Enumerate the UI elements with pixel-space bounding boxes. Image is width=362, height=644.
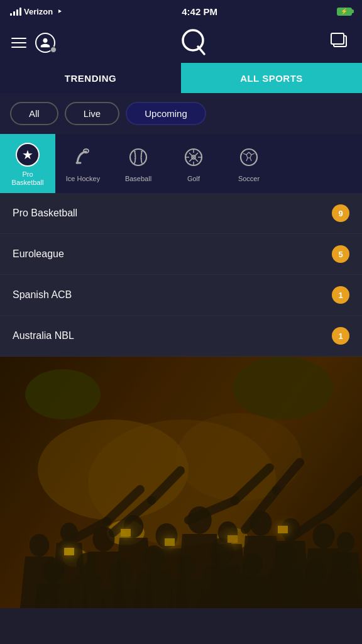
user-dot xyxy=(50,47,57,53)
sports-category-row: ★ ProBasketball Ice Hockey Baseball xyxy=(0,134,362,193)
filter-live-button[interactable]: Live xyxy=(65,102,120,125)
sport-label-baseball: Baseball xyxy=(125,175,151,183)
tab-trending[interactable]: TRENDING xyxy=(0,63,181,93)
league-label: Pro Basketball xyxy=(13,208,77,219)
golf-icon xyxy=(183,147,204,171)
league-label: Euroleague xyxy=(13,248,64,260)
svg-marker-7 xyxy=(246,152,251,158)
sport-label-ice-hockey: Ice Hockey xyxy=(66,175,100,183)
count-badge: 1 xyxy=(332,286,349,304)
count-badge: 5 xyxy=(332,245,349,263)
tab-allsports[interactable]: ALL SPORTS xyxy=(181,63,362,93)
baseball-icon xyxy=(128,147,149,171)
svg-point-6 xyxy=(241,149,257,165)
list-item[interactable]: Pro Basketball 9 xyxy=(0,193,362,234)
status-bar: Verizon ‣ 4:42 PM ⚡ xyxy=(0,0,362,23)
header-right xyxy=(331,33,351,53)
menu-button[interactable] xyxy=(11,38,26,48)
filter-bar: All Live Upcoming xyxy=(0,93,362,134)
status-left: Verizon ‣ xyxy=(10,7,62,16)
header xyxy=(0,23,362,63)
filter-upcoming-button[interactable]: Upcoming xyxy=(126,102,206,125)
header-left xyxy=(11,33,55,53)
hockey-icon xyxy=(72,147,94,171)
list-item[interactable]: Australia NBL 1 xyxy=(0,316,362,357)
sport-label-golf: Golf xyxy=(187,175,200,183)
svg-point-3 xyxy=(130,149,146,165)
svg-line-9 xyxy=(251,153,255,155)
status-right: ⚡ xyxy=(337,8,352,16)
signal-icon xyxy=(10,7,21,16)
multi-window-button[interactable] xyxy=(331,33,351,53)
star-icon: ★ xyxy=(16,143,40,167)
svg-line-10 xyxy=(246,158,248,161)
filter-all-button[interactable]: All xyxy=(10,102,58,125)
battery-bolt: ⚡ xyxy=(341,8,348,14)
sport-ice-hockey[interactable]: Ice Hockey xyxy=(55,134,111,193)
user-button[interactable] xyxy=(35,33,55,53)
sport-soccer[interactable]: Soccer xyxy=(221,134,277,193)
battery-icon: ⚡ xyxy=(337,8,352,16)
svg-line-8 xyxy=(243,153,246,155)
list-item[interactable]: Euroleague 5 xyxy=(0,234,362,275)
soccer-icon xyxy=(238,147,260,171)
logo xyxy=(177,26,209,59)
carrier-label: Verizon xyxy=(24,7,53,16)
time-label: 4:42 PM xyxy=(182,6,217,17)
league-label: Spanish ACB xyxy=(13,289,72,301)
wifi-icon: ‣ xyxy=(57,7,62,16)
list-item[interactable]: Spanish ACB 1 xyxy=(0,275,362,316)
sport-pro-basketball[interactable]: ★ ProBasketball xyxy=(0,134,55,193)
count-badge: 1 xyxy=(332,327,349,345)
svg-line-11 xyxy=(250,158,251,161)
background-image xyxy=(0,357,362,608)
logo-svg xyxy=(177,26,209,59)
tab-bar: TRENDING ALL SPORTS xyxy=(0,63,362,93)
sport-golf[interactable]: Golf xyxy=(166,134,221,193)
count-badge: 9 xyxy=(332,204,349,222)
league-label: Australia NBL xyxy=(13,330,74,341)
league-list: Pro Basketball 9 Euroleague 5 Spanish AC… xyxy=(0,193,362,357)
sport-label-soccer: Soccer xyxy=(238,175,260,183)
sport-baseball[interactable]: Baseball xyxy=(111,134,166,193)
background-canvas xyxy=(0,357,362,608)
sport-label-pro-basketball: ProBasketball xyxy=(12,170,44,187)
